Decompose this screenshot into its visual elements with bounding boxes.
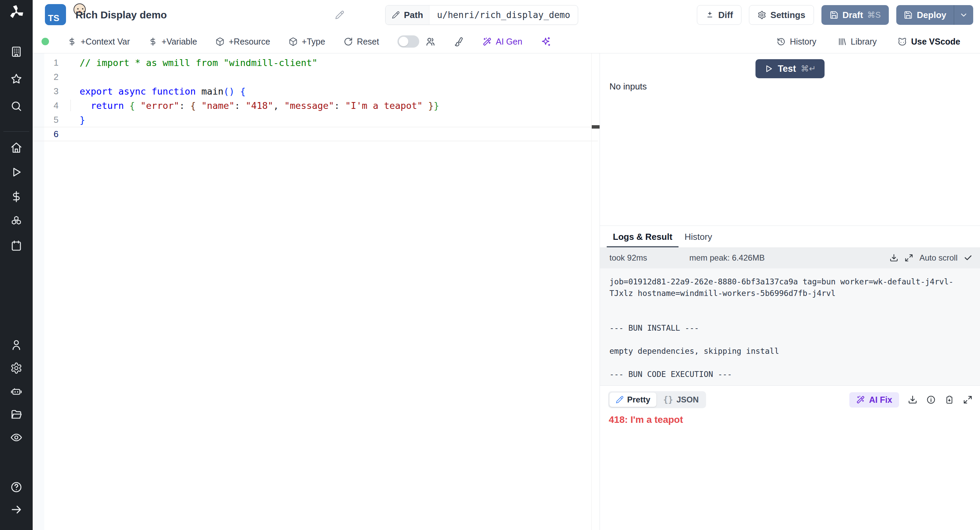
- format-paintbrush-icon[interactable]: [454, 36, 464, 47]
- line-number[interactable]: 4: [33, 100, 68, 111]
- info-icon[interactable]: [926, 395, 936, 405]
- add-type-button[interactable]: +Type: [288, 37, 325, 47]
- sidebar-item-arrow-right[interactable]: [0, 503, 33, 516]
- pretty-view-button[interactable]: Pretty: [609, 393, 656, 407]
- code-line-4[interactable]: 4 return { "error": { "name": "418", "me…: [33, 98, 600, 113]
- test-shortcut: ⌘↵: [801, 64, 816, 73]
- draft-button-label: Draft: [843, 10, 863, 21]
- toolbar-left: +Context Var +Variable +Resource +Type R…: [33, 35, 551, 48]
- autoscroll-label: Auto scroll: [920, 253, 958, 263]
- building-icon: [10, 46, 22, 58]
- path-field[interactable]: Path u/henri/rich_display_demo: [385, 5, 578, 25]
- sidebar-item-star[interactable]: [0, 73, 33, 85]
- test-button[interactable]: Test ⌘↵: [756, 59, 825, 78]
- add-context-var-button[interactable]: +Context Var: [67, 37, 130, 47]
- users-icon: [425, 36, 436, 47]
- save-icon: [830, 11, 838, 19]
- braces-icon: {}: [663, 395, 673, 405]
- deploy-button[interactable]: Deploy: [896, 5, 954, 25]
- add-variable-button[interactable]: +Variable: [148, 37, 197, 47]
- add-resource-label: +Resource: [229, 37, 270, 47]
- sidebar-item-cubes[interactable]: [0, 215, 33, 227]
- json-view-button[interactable]: {} JSON: [657, 393, 705, 407]
- history-clock-icon: [776, 37, 786, 46]
- sidebar-item-help[interactable]: [0, 481, 33, 493]
- home-icon: [10, 141, 22, 154]
- sidebar-item-play[interactable]: [0, 166, 33, 178]
- line-number[interactable]: 3: [33, 86, 68, 97]
- sidebar-item-home[interactable]: [0, 141, 33, 154]
- code-line-1[interactable]: 1// import * as wmill from "windmill-cli…: [33, 56, 600, 70]
- code-editor[interactable]: 1// import * as wmill from "windmill-cli…: [33, 53, 600, 530]
- cubes-icon: [10, 215, 22, 227]
- test-button-label: Test: [778, 63, 796, 74]
- path-label-section[interactable]: Path: [385, 5, 430, 24]
- ai-fix-label: AI Fix: [869, 395, 892, 405]
- sidebar-item-search[interactable]: [0, 100, 33, 112]
- code-text: return { "error": { "name": "418", "mess…: [68, 100, 439, 111]
- expand-result-icon[interactable]: [963, 395, 972, 405]
- editor-code-lines: 1// import * as wmill from "windmill-cli…: [33, 56, 600, 141]
- sidebar-item-gear[interactable]: [0, 362, 33, 374]
- deploy-button-label: Deploy: [917, 10, 946, 21]
- dollar-icon: [67, 37, 76, 46]
- diff-button[interactable]: Diff: [697, 5, 741, 25]
- run-stats-bar: took 92ms mem peak: 6.426MB Auto scroll: [600, 247, 980, 268]
- result-error-text: 418: I'm a teapot: [600, 408, 980, 425]
- use-vscode-button[interactable]: Use VScode: [898, 37, 960, 47]
- sidebar-item-eye[interactable]: [0, 432, 33, 444]
- edit-title-pencil-icon[interactable]: [335, 10, 344, 20]
- sidebar-item-robot[interactable]: [0, 385, 33, 397]
- code-line-2[interactable]: 2: [33, 70, 600, 84]
- line-number[interactable]: 1: [33, 57, 68, 68]
- code-line-3[interactable]: 3export async function main() {: [33, 84, 600, 98]
- add-resource-button[interactable]: +Resource: [215, 37, 270, 47]
- gear-icon: [757, 11, 766, 19]
- deploy-dropdown-button[interactable]: [954, 5, 973, 25]
- settings-button[interactable]: Settings: [749, 5, 814, 25]
- pretty-label: Pretty: [627, 395, 650, 405]
- code-line-5[interactable]: 5}: [33, 113, 600, 127]
- top-header: TS Rich Display demo Path u/henri/rich_d…: [33, 0, 980, 30]
- expand-logs-icon[interactable]: [904, 254, 913, 262]
- ai-fix-button[interactable]: AI Fix: [850, 392, 899, 408]
- multiplayer-toggle[interactable]: [398, 35, 419, 48]
- tab-logs-result[interactable]: Logs & Result: [607, 226, 679, 248]
- pen-icon: [616, 396, 624, 404]
- tab-history[interactable]: History: [679, 226, 718, 248]
- wand-icon: [482, 37, 492, 46]
- toolbar-right: History Library Use VScode: [776, 37, 980, 47]
- draft-button[interactable]: Draft ⌘S: [821, 5, 889, 25]
- code-line-6[interactable]: 6: [33, 127, 598, 141]
- sidebar-item-building[interactable]: [0, 46, 33, 58]
- library-button[interactable]: Library: [837, 37, 877, 47]
- windmill-logo-icon[interactable]: [8, 4, 24, 21]
- sidebar-item-user[interactable]: [0, 339, 33, 351]
- sparkles-icon[interactable]: [541, 36, 551, 47]
- line-number[interactable]: 6: [33, 129, 68, 140]
- sidebar-item-dollar[interactable]: [0, 190, 33, 203]
- autoscroll-check-icon[interactable]: [964, 254, 972, 262]
- code-text: export async function main() {: [68, 86, 246, 97]
- logs-output: job=01912d81-22a9-262e-8880-6bf3a137ca9a…: [600, 268, 980, 386]
- line-number[interactable]: 2: [33, 72, 68, 83]
- status-dot: [41, 38, 49, 45]
- download-result-icon[interactable]: [908, 395, 917, 405]
- ai-gen-label: AI Gen: [496, 37, 522, 47]
- left-sidebar: [0, 0, 33, 530]
- library-label: Library: [851, 37, 877, 47]
- copy-clipboard-icon[interactable]: [945, 395, 954, 405]
- reset-button[interactable]: Reset: [344, 37, 379, 47]
- line-number[interactable]: 5: [33, 115, 68, 125]
- settings-button-label: Settings: [770, 10, 805, 21]
- history-button[interactable]: History: [776, 37, 816, 47]
- use-vscode-label: Use VScode: [911, 37, 960, 47]
- diff-button-label: Diff: [718, 10, 733, 21]
- indent-guide: [70, 100, 71, 111]
- ai-gen-button[interactable]: AI Gen: [482, 37, 522, 47]
- download-logs-icon[interactable]: [889, 254, 898, 262]
- sidebar-item-folder[interactable]: [0, 408, 33, 421]
- dollar-icon: [10, 190, 22, 203]
- sidebar-item-calendar[interactable]: [0, 240, 33, 252]
- chevron-down-icon: [959, 11, 968, 19]
